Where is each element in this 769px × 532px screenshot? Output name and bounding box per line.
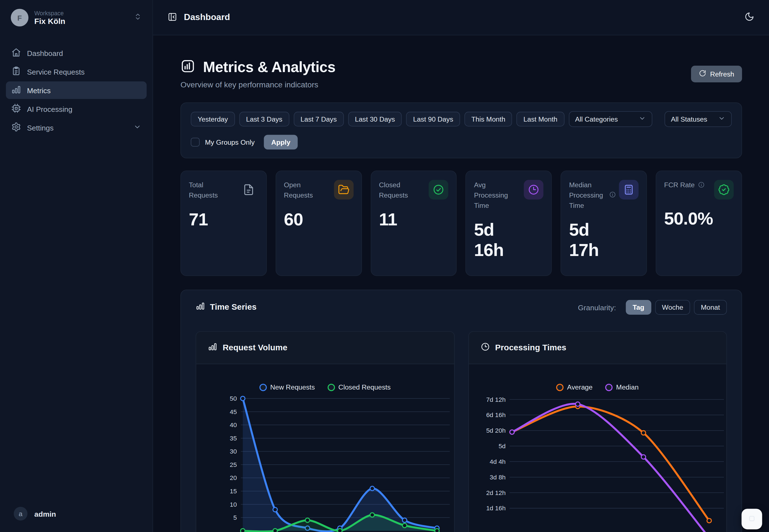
- moon-icon: [745, 12, 754, 23]
- chevron-down-icon: [639, 115, 646, 124]
- range-last-month-button[interactable]: Last Month: [517, 112, 564, 127]
- category-select[interactable]: All Categories: [569, 111, 652, 127]
- clipboard-icon: [11, 66, 21, 77]
- chart-legend: New Requests Closed Requests: [196, 381, 454, 394]
- calculator-icon: [619, 180, 638, 199]
- svg-text:20: 20: [230, 474, 237, 481]
- bar-chart-icon: [196, 301, 205, 313]
- stat-card-avg-processing-time: Avg Processing Time 5d 16h: [466, 171, 552, 276]
- svg-text:30: 30: [230, 448, 237, 455]
- bar-chart-icon: [208, 342, 217, 354]
- folder-open-icon: [334, 180, 353, 199]
- widget-icon: [748, 514, 756, 524]
- main-area: Dashboard Metrics & Analytics: [153, 0, 769, 532]
- svg-text:4d 4h: 4d 4h: [490, 458, 505, 465]
- legend-median[interactable]: Median: [605, 383, 639, 391]
- granularity-monat-button[interactable]: Monat: [694, 300, 727, 315]
- widget-launcher-button[interactable]: [741, 509, 762, 529]
- theme-toggle-button[interactable]: [745, 12, 754, 23]
- range-last-30-days-button[interactable]: Last 30 Days: [348, 112, 402, 127]
- sidebar-item-dashboard[interactable]: Dashboard: [6, 44, 147, 62]
- svg-text:5d: 5d: [498, 442, 505, 450]
- info-icon[interactable]: [698, 182, 705, 190]
- svg-text:2d 12h: 2d 12h: [486, 489, 505, 496]
- user-menu[interactable]: a admin: [0, 502, 153, 526]
- info-icon[interactable]: [609, 191, 616, 200]
- stat-value: 50.0%: [664, 208, 734, 229]
- stat-label: Open Requests: [284, 180, 319, 200]
- sidebar-item-settings[interactable]: Settings: [6, 119, 147, 136]
- topbar-title: Dashboard: [184, 12, 230, 23]
- user-avatar: a: [14, 507, 27, 520]
- workspace-name: Fix Köln: [34, 17, 128, 26]
- range-last-7-days-button[interactable]: Last 7 Days: [294, 112, 344, 127]
- bar-chart-icon: [11, 85, 21, 96]
- time-series-title: Time Series: [210, 302, 257, 312]
- stat-label: Closed Requests: [379, 180, 414, 200]
- sidebar-item-service-requests[interactable]: Service Requests: [6, 63, 147, 80]
- sidebar: F Workspace Fix Köln Dashboard Service R…: [0, 0, 153, 532]
- workspace-switcher[interactable]: F Workspace Fix Köln: [8, 5, 144, 31]
- granularity-label: Granularity:: [578, 303, 616, 311]
- svg-text:3d 8h: 3d 8h: [490, 474, 505, 481]
- stat-card-closed-requests: Closed Requests 11: [370, 171, 457, 276]
- stat-card-open-requests: Open Requests 60: [276, 171, 362, 276]
- check-circle-icon: [429, 180, 448, 199]
- collapse-sidebar-button[interactable]: [168, 12, 177, 23]
- workspace-avatar: F: [11, 9, 28, 26]
- refresh-button[interactable]: Refresh: [691, 66, 742, 82]
- svg-text:7d 12h: 7d 12h: [486, 396, 505, 403]
- series-swatch: [328, 383, 335, 391]
- legend-new-requests[interactable]: New Requests: [259, 383, 315, 391]
- cpu-icon: [11, 103, 21, 115]
- page-subtitle: Overview of key performance indicators: [180, 80, 691, 89]
- sidebar-nav: Dashboard Service Requests Metrics AI Pr…: [0, 44, 153, 136]
- gear-icon: [11, 122, 21, 133]
- svg-text:15: 15: [230, 487, 237, 495]
- svg-text:25: 25: [230, 461, 237, 468]
- range-last-3-days-button[interactable]: Last 3 Days: [239, 112, 289, 127]
- chart-title: Processing Times: [495, 343, 566, 353]
- svg-text:5d 20h: 5d 20h: [486, 427, 505, 434]
- granularity-woche-button[interactable]: Woche: [655, 300, 690, 315]
- my-groups-only-label: My Groups Only: [205, 138, 254, 146]
- clock-icon: [480, 342, 490, 354]
- apply-button[interactable]: Apply: [264, 135, 298, 149]
- clock-icon: [524, 180, 544, 199]
- granularity-tag-button[interactable]: Tag: [626, 300, 651, 315]
- request-volume-chart-card: Request Volume New Requests Closed Reque…: [196, 331, 455, 532]
- legend-average[interactable]: Average: [556, 383, 593, 391]
- series-swatch: [259, 383, 267, 391]
- range-last-90-days-button[interactable]: Last 90 Days: [406, 112, 460, 127]
- chevrons-up-down-icon: [134, 13, 142, 23]
- workspace-label: Workspace: [34, 9, 128, 16]
- status-select[interactable]: All Statuses: [665, 111, 732, 127]
- time-series-panel: Time Series Granularity: Tag Woche Monat: [180, 290, 742, 532]
- range-this-month-button[interactable]: This Month: [465, 112, 512, 127]
- sidebar-item-label: Metrics: [27, 86, 51, 94]
- stat-label: Avg Processing Time: [474, 180, 515, 211]
- stat-value: 5d 16h: [474, 220, 511, 260]
- processing-times-plot: 7d 12h6d 16h5d 20h5d4d 4h3d 8h2d 12h1d 1…: [469, 393, 727, 532]
- sidebar-item-metrics[interactable]: Metrics: [6, 81, 147, 99]
- stat-label: Total Requests: [189, 180, 224, 200]
- stat-value: 71: [189, 209, 258, 230]
- panel-left-icon: [168, 12, 177, 23]
- filter-panel: Yesterday Last 3 Days Last 7 Days Last 3…: [180, 102, 742, 158]
- app-screen: F Workspace Fix Köln Dashboard Service R…: [0, 0, 769, 532]
- svg-text:6d 16h: 6d 16h: [486, 411, 505, 418]
- range-yesterday-button[interactable]: Yesterday: [191, 112, 235, 127]
- legend-closed-requests[interactable]: Closed Requests: [328, 383, 391, 391]
- my-groups-only-checkbox[interactable]: [191, 138, 200, 147]
- chevron-down-icon: [133, 123, 141, 132]
- svg-text:40: 40: [230, 421, 237, 428]
- stat-card-median-processing-time: Median Processing Time 5d 17h: [561, 171, 647, 276]
- stat-cards: Total Requests 71 Open Requests: [180, 171, 742, 276]
- svg-text:35: 35: [230, 435, 237, 442]
- stat-value: 11: [379, 209, 449, 230]
- svg-text:10: 10: [230, 501, 237, 508]
- badge-check-icon: [714, 180, 734, 199]
- sidebar-item-ai-processing[interactable]: AI Processing: [6, 100, 147, 117]
- chart-title: Request Volume: [223, 343, 287, 353]
- stat-value: 60: [284, 209, 353, 230]
